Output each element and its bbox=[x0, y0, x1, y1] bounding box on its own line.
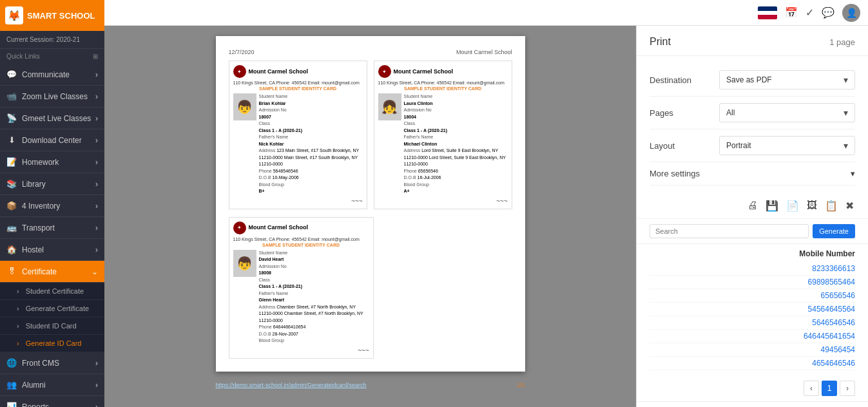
mobile-number-item[interactable]: 8233366613 bbox=[650, 262, 855, 276]
pages-select[interactable]: All ▾ bbox=[719, 103, 855, 122]
chevron-icon: › bbox=[95, 158, 98, 167]
alumni-icon: 👥 bbox=[6, 380, 17, 390]
sidebar-sub-generate-cert[interactable]: Generate Certificate bbox=[0, 300, 104, 317]
mobile-number-item[interactable]: 69898565464 bbox=[650, 276, 855, 289]
mobile-number-item[interactable]: 646445641654 bbox=[650, 330, 855, 343]
session-info: Current Session: 2020-21 bbox=[0, 31, 104, 49]
card1-class-val: Class 1 - A (2020-21) bbox=[259, 128, 303, 133]
gmeet-icon: 📡 bbox=[6, 113, 17, 123]
image-icon[interactable]: 🖼 bbox=[805, 198, 818, 213]
copy-icon[interactable]: 📋 bbox=[824, 198, 839, 213]
pagination: ‹ 1 › bbox=[637, 375, 868, 401]
card2-class-label: Class bbox=[404, 121, 416, 126]
sidebar-sub-student-cert[interactable]: Student Certificate bbox=[0, 283, 104, 300]
sidebar-item-certificate[interactable]: 🎖 Certificate ⌄ bbox=[0, 261, 104, 283]
school-emblem-2: ✦ bbox=[378, 65, 391, 78]
sidebar-item-alumni[interactable]: 👥 Alumni › bbox=[0, 374, 104, 396]
id-card-3-wrapper: ✦ Mount Carmel School 110 Kings Street, … bbox=[229, 217, 374, 359]
mobile-number-item[interactable]: 4654646546 bbox=[650, 357, 855, 370]
certificate-icon: 🎖 bbox=[6, 267, 17, 276]
chevron-icon: › bbox=[95, 402, 98, 408]
pdf-icon[interactable]: 📄 bbox=[785, 198, 800, 213]
chevron-down-icon: ⌄ bbox=[92, 267, 98, 276]
avatar[interactable]: 👤 bbox=[842, 4, 860, 22]
print-icon[interactable]: 🖨 bbox=[746, 198, 759, 213]
sidebar-item-gmeet[interactable]: 📡 Gmeet Live Classes › bbox=[0, 108, 104, 129]
app-title: SMART SCHOOL bbox=[27, 11, 95, 21]
checkmark-icon[interactable]: ✓ bbox=[805, 6, 814, 19]
preview-footer: https://demo.smart-school.in/admin/Gener… bbox=[216, 379, 525, 391]
card1-name-label: Student Name bbox=[259, 94, 288, 99]
mobile-number-item[interactable]: 49456454 bbox=[650, 343, 855, 357]
card1-photo: 👦 bbox=[233, 93, 256, 120]
expand-icon: ▾ bbox=[851, 169, 855, 178]
sidebar-item-zoom[interactable]: 📹 Zoom Live Classes › bbox=[0, 86, 104, 108]
sidebar-item-inventory[interactable]: 📦 4 Inventory › bbox=[0, 195, 104, 217]
sidebar-item-library[interactable]: 📚 Library › bbox=[0, 173, 104, 195]
sidebar-sub-generate-id[interactable]: Generate ID Card bbox=[0, 335, 104, 352]
communicate-icon: 💬 bbox=[6, 70, 17, 79]
prev-page-button[interactable]: ‹ bbox=[804, 381, 819, 396]
card2-header: ✦ Mount Carmel School bbox=[378, 65, 508, 78]
sidebar-item-transport[interactable]: 🚌 Transport › bbox=[0, 217, 104, 239]
save-icon[interactable]: 💾 bbox=[764, 198, 780, 213]
next-page-button[interactable]: › bbox=[840, 381, 855, 396]
card3-class-label: Class bbox=[259, 278, 271, 282]
generate-button[interactable]: Generate bbox=[813, 224, 855, 238]
card1-phone-label: Phone bbox=[259, 169, 272, 173]
main-content: 📅 ✓ 💬 👤 12/7/2020 Mount Carmel School ✦ bbox=[104, 0, 868, 407]
card3-phone-label: Phone bbox=[259, 325, 272, 329]
mobile-number-item[interactable]: 54564645564 bbox=[650, 303, 855, 316]
mobile-number-item[interactable]: 5646546546 bbox=[650, 316, 855, 330]
destination-select[interactable]: Save as PDF ▾ bbox=[719, 70, 855, 90]
card1-father-val: Nick Kohlar bbox=[259, 142, 284, 146]
card1-title: SAMPLE STUDENT IDENTITY CARD bbox=[233, 86, 363, 91]
sidebar-item-homework[interactable]: 📝 Homework › bbox=[0, 151, 104, 173]
layout-select[interactable]: Portrait ▾ bbox=[719, 136, 855, 155]
search-input[interactable] bbox=[650, 224, 809, 238]
whatsapp-icon[interactable]: 💬 bbox=[822, 6, 834, 19]
inventory-icon: 📦 bbox=[6, 201, 17, 211]
app-logo[interactable]: 🦊 SMART SCHOOL bbox=[0, 0, 104, 31]
card2-school-name: Mount Carmel School bbox=[394, 68, 454, 75]
card3-body: 👦 Student Name David Heart Admission No … bbox=[233, 250, 369, 345]
print-settings: Destination Save as PDF ▾ Pages All ▾ bbox=[637, 56, 868, 193]
preview-link[interactable]: https://demo.smart-school.in/admin/Gener… bbox=[216, 382, 367, 388]
chevron-icon: › bbox=[95, 70, 98, 79]
card3-father-label: Father's Name bbox=[259, 291, 289, 296]
sidebar-sub-student-id[interactable]: Student ID Card bbox=[0, 317, 104, 335]
content-area: 12/7/2020 Mount Carmel School ✦ Mount Ca… bbox=[104, 26, 868, 407]
sidebar-item-hostel[interactable]: 🏠 Hostel › bbox=[0, 239, 104, 261]
card3-admission-val: 18008 bbox=[259, 270, 271, 275]
layout-row: Layout Portrait ▾ bbox=[650, 129, 855, 162]
flag-icon bbox=[758, 6, 777, 19]
sidebar-item-front-cms[interactable]: 🌐 Front CMS › bbox=[0, 352, 104, 374]
mobile-number-item[interactable]: 65656546 bbox=[650, 289, 855, 303]
more-settings-row[interactable]: More settings ▾ bbox=[650, 162, 855, 185]
card3-name-val: David Heart bbox=[259, 257, 284, 261]
card2-blood-label: Blood Group bbox=[404, 182, 429, 187]
chevron-icon: › bbox=[95, 114, 98, 123]
card3-address: 110 Kings Street, CA Phone: 456542 Email… bbox=[233, 237, 369, 241]
id-card-1: ✦ Mount Carmel School 110 Kings Street, … bbox=[229, 61, 367, 209]
page-1-button[interactable]: 1 bbox=[822, 381, 837, 396]
card3-photo: 👦 bbox=[233, 250, 256, 277]
sidebar-item-download[interactable]: ⬇ Download Center › bbox=[0, 129, 104, 151]
sub-label: Generate ID Card bbox=[26, 339, 82, 347]
card1-phone-val: 5646546546 bbox=[273, 169, 298, 173]
card2-details: Student Name Laura Clinton Admission No … bbox=[404, 93, 508, 195]
cms-icon: 🌐 bbox=[6, 358, 17, 368]
card2-father-label: Father's Name bbox=[404, 135, 434, 139]
calendar-icon[interactable]: 📅 bbox=[785, 6, 798, 19]
sidebar-item-communicate[interactable]: 💬 Communicate › bbox=[0, 64, 104, 86]
card1-school-name: Mount Carmel School bbox=[249, 68, 309, 75]
destination-row: Destination Save as PDF ▾ bbox=[650, 64, 855, 97]
close-icon[interactable]: ✖ bbox=[844, 198, 855, 213]
card2-dob-label: D.O.B bbox=[404, 175, 416, 180]
sidebar-item-label: Hostel bbox=[22, 245, 44, 254]
pages-row: Pages All ▾ bbox=[650, 97, 855, 129]
chevron-icon: › bbox=[95, 136, 98, 145]
card1-father-label: Father's Name bbox=[259, 135, 289, 139]
card2-name-label: Student Name bbox=[404, 94, 433, 99]
sidebar-item-reports[interactable]: 📊 Reports › bbox=[0, 396, 104, 407]
